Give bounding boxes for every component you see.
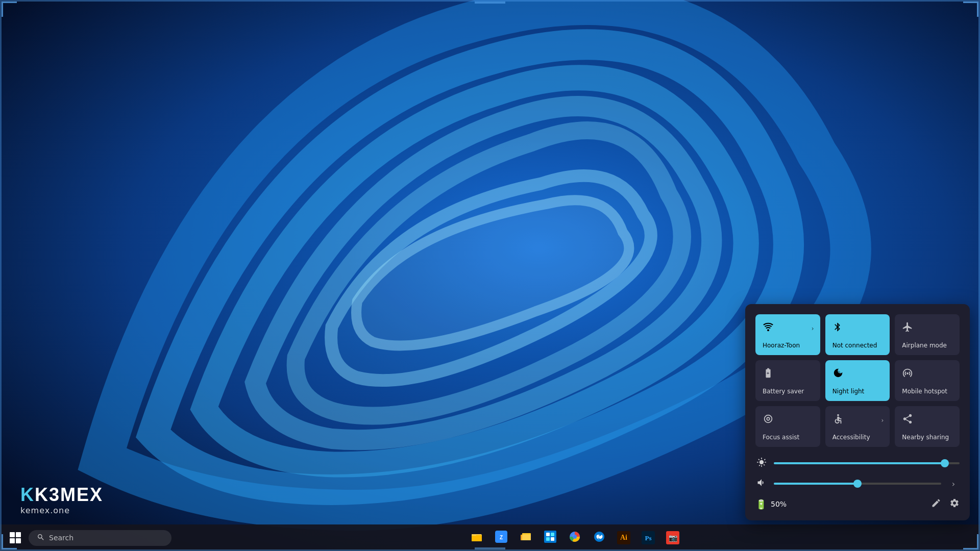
svg-rect-4 [472,535,482,541]
search-label: Search [49,534,74,542]
taskbar-chrome[interactable] [564,527,586,549]
brand-rest: K3MEX [35,484,103,505]
quick-settings-footer: 🔋 50% [755,498,960,510]
svg-rect-5 [472,534,476,536]
tile-wifi-top: › [763,321,814,335]
taskbar-illustrator[interactable]: Ai [612,527,635,549]
brightness-track[interactable] [774,462,960,464]
svg-rect-12 [546,533,550,536]
edge-icon [593,531,605,545]
wifi-label: Hooraz-Toon [763,342,814,350]
tile-night-light-top [832,367,884,381]
tile-night-light[interactable]: Night light [825,360,890,401]
brand-url: kemex.one [20,506,103,515]
taskbar-photoshop[interactable]: Ps [637,527,659,549]
store-icon [544,531,556,545]
search-bar[interactable]: Search [29,530,172,546]
svg-text:Z: Z [500,535,503,540]
taskbar-folders[interactable] [514,527,537,549]
airplane-label: Airplane mode [902,342,953,350]
brand-k: K [20,484,35,505]
edit-button[interactable] [931,498,941,510]
battery-status: 🔋 50% [755,499,787,510]
night-light-icon [832,367,844,381]
volume-thumb[interactable] [853,480,862,488]
tile-focus-assist[interactable]: Focus assist [755,406,820,447]
taskbar-store[interactable] [539,527,561,549]
svg-rect-15 [551,537,554,541]
svg-rect-10 [522,535,531,540]
taskbar-edge[interactable] [588,527,610,549]
brightness-thumb[interactable] [941,459,949,467]
quick-settings-grid: › Hooraz-Toon Not connected Airplane mod… [755,314,960,447]
accessibility-icon [832,413,844,427]
tile-mobile-hotspot[interactable]: Mobile hotspot [895,360,960,401]
start-button[interactable] [4,527,27,549]
volume-slider-row: › [755,478,960,490]
settings-button[interactable] [949,498,960,510]
tile-wifi[interactable]: › Hooraz-Toon [755,314,820,355]
svg-rect-11 [544,531,556,543]
battery-saver-label: Battery saver [763,388,814,396]
wifi-arrow: › [812,325,814,332]
brightness-fill [774,462,945,464]
tile-airplane[interactable]: Airplane mode [895,314,960,355]
taskbar-zoom[interactable]: Z [490,527,512,549]
accessibility-label: Accessibility [832,434,884,442]
photoshop-icon: Ps [642,531,655,544]
tile-battery-saver[interactable]: Battery saver [755,360,820,401]
bluetooth-label: Not connected [832,342,884,350]
tile-bluetooth[interactable]: Not connected [825,314,890,355]
svg-rect-14 [546,537,550,541]
tile-battery-top [763,367,814,381]
focus-assist-label: Focus assist [763,434,814,442]
illustrator-icon: Ai [617,531,630,544]
volume-icon [755,478,768,490]
volume-next-icon[interactable]: › [947,479,960,489]
svg-point-18 [573,535,577,539]
taskbar-snagit[interactable]: 📷 [662,527,684,549]
tile-nearby-sharing[interactable]: Nearby sharing [895,406,960,447]
battery-icon: 🔋 [755,499,767,510]
brand-name: KK3MEX [20,484,103,506]
snagit-icon: 📷 [666,531,679,544]
svg-point-2 [837,414,839,416]
taskbar: Search Z [0,524,980,551]
folders-icon [520,531,532,545]
footer-actions [931,498,960,510]
volume-track[interactable] [774,483,941,485]
tile-nearby-top [902,413,953,427]
zoom-icon: Z [495,531,507,545]
chrome-icon [569,531,581,545]
focus-assist-icon [763,413,774,427]
svg-rect-13 [551,533,554,536]
tile-focus-top [763,413,814,427]
wifi-icon [763,321,774,335]
mobile-hotspot-icon [902,367,913,381]
quick-settings-panel: › Hooraz-Toon Not connected Airplane mod… [745,304,970,520]
search-icon [37,533,45,543]
volume-fill [774,483,857,485]
bluetooth-icon [832,321,843,335]
airplane-icon [902,321,913,335]
taskbar-file-explorer[interactable] [465,527,488,549]
tile-accessibility-top: › [832,413,884,427]
tile-bluetooth-top [832,321,884,335]
tile-airplane-top [902,321,953,335]
tile-hotspot-top [902,367,953,381]
tile-accessibility[interactable]: › Accessibility [825,406,890,447]
mobile-hotspot-label: Mobile hotspot [902,388,953,396]
nearby-sharing-label: Nearby sharing [902,434,953,442]
watermark: KK3MEX kemex.one [20,484,103,515]
nearby-sharing-icon [902,413,913,427]
battery-saver-icon [763,367,774,381]
accessibility-arrow: › [881,417,884,424]
file-explorer-icon [471,531,483,545]
battery-percent: 50% [771,500,787,508]
brightness-icon [755,457,768,469]
brightness-slider-row [755,457,960,469]
taskbar-center-apps: Z Ai Ps [465,527,684,549]
night-light-label: Night light [832,388,884,396]
windows-logo [10,532,21,543]
